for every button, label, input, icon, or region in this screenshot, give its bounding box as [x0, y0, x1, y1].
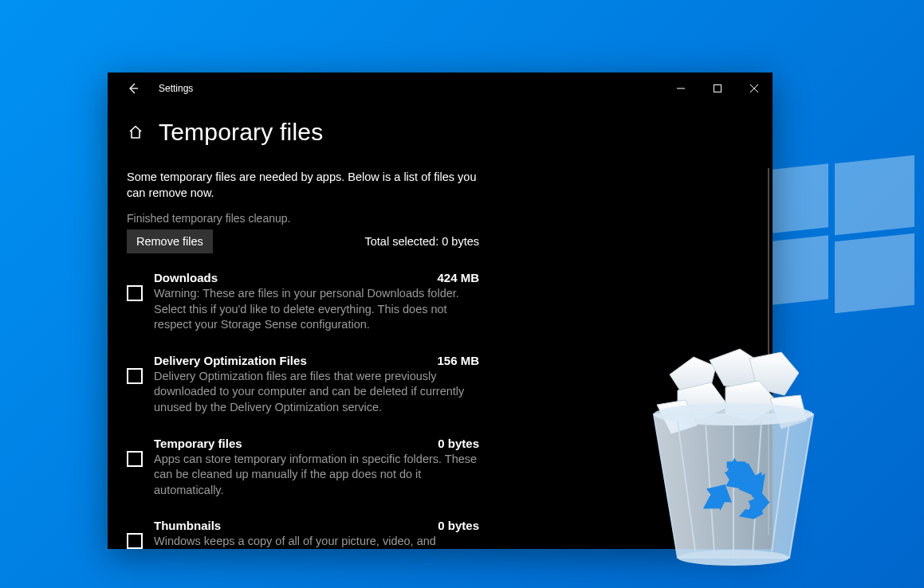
page-header: Temporary files [108, 104, 773, 152]
arrow-left-icon [127, 82, 140, 95]
scrollbar[interactable] [768, 168, 769, 535]
content-area: Some temporary files are needed by apps.… [108, 152, 498, 549]
remove-files-button[interactable]: Remove files [127, 229, 213, 253]
close-button[interactable] [736, 76, 773, 101]
file-name: Temporary files [154, 437, 438, 450]
checkbox[interactable] [127, 285, 143, 301]
action-row: Remove files Total selected: 0 bytes [127, 229, 479, 253]
maximize-button[interactable] [699, 76, 736, 101]
file-body: Thumbnails0 bytesWindows keeps a copy of… [154, 519, 479, 549]
file-row: Temporary files0 bytesApps can store tem… [127, 437, 479, 499]
file-body: Temporary files0 bytesApps can store tem… [154, 437, 479, 499]
file-size: 0 bytes [438, 519, 479, 532]
minimize-icon [677, 84, 685, 92]
svg-point-9 [678, 550, 789, 566]
total-selected: Total selected: 0 bytes [365, 235, 479, 248]
file-description: Windows keeps a copy of all of your pict… [154, 534, 479, 549]
file-description: Warning: These are files in your persona… [154, 286, 479, 333]
window-controls [663, 76, 773, 101]
svg-rect-0 [714, 85, 722, 92]
file-size: 0 bytes [438, 437, 479, 450]
checkbox[interactable] [127, 368, 143, 384]
home-button[interactable] [127, 123, 144, 141]
intro-text: Some temporary files are needed by apps.… [127, 170, 479, 201]
home-icon [128, 124, 144, 140]
file-description: Apps can store temporary information in … [154, 452, 479, 499]
file-body: Delivery Optimization Files156 MBDeliver… [154, 354, 479, 416]
file-row: Thumbnails0 bytesWindows keeps a copy of… [127, 519, 479, 549]
file-row: Delivery Optimization Files156 MBDeliver… [127, 354, 479, 416]
total-selected-label: Total selected: [365, 235, 439, 248]
checkbox[interactable] [127, 533, 143, 549]
titlebar: Settings [108, 73, 773, 104]
file-name: Downloads [154, 271, 437, 284]
window-title: Settings [159, 83, 193, 94]
settings-window: Settings Temporary files Some temporary … [108, 73, 773, 549]
page-title: Temporary files [159, 119, 323, 146]
total-selected-value: 0 bytes [442, 235, 479, 248]
file-name: Delivery Optimization Files [154, 354, 437, 367]
checkbox[interactable] [127, 451, 143, 467]
file-size: 424 MB [437, 271, 479, 284]
svg-line-14 [772, 422, 789, 551]
close-icon [750, 84, 758, 92]
file-list: Downloads424 MBWarning: These are files … [127, 271, 479, 549]
back-button[interactable] [120, 76, 146, 101]
file-description: Delivery Optimization files are files th… [154, 369, 479, 416]
maximize-icon [714, 84, 722, 92]
minimize-button[interactable] [663, 76, 699, 101]
file-size: 156 MB [437, 354, 479, 367]
file-body: Downloads424 MBWarning: These are files … [154, 271, 479, 333]
windows-desktop-logo [757, 159, 916, 319]
status-text: Finished temporary files cleanup. [127, 212, 479, 225]
svg-marker-7 [770, 395, 807, 429]
file-row: Downloads424 MBWarning: These are files … [127, 271, 479, 333]
file-name: Thumbnails [154, 519, 438, 532]
